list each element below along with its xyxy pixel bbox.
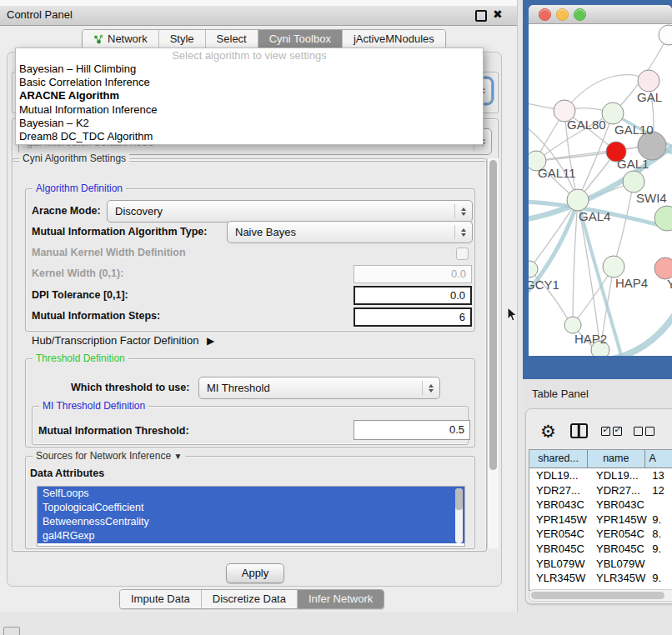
minimize-traffic-light-icon[interactable] (556, 8, 569, 21)
table-cell (648, 557, 672, 572)
network-icon (93, 34, 103, 44)
table-row[interactable]: YBL079WYBL079W (529, 557, 672, 572)
network-node-gal4[interactable] (567, 189, 589, 211)
table-row[interactable]: YPR145WYPR145W9. (529, 512, 672, 528)
node-label-hap4: HAP4 (615, 276, 648, 290)
manual-kernel-checkbox[interactable] (456, 248, 469, 260)
table-panel-strip: Table Panel (523, 379, 672, 408)
gear-icon[interactable]: ⚙ (540, 422, 556, 440)
scrollbar-thumb[interactable] (531, 592, 664, 599)
zoom-traffic-light-icon[interactable] (574, 8, 586, 21)
close-traffic-light-icon[interactable] (539, 8, 551, 21)
hub-definition-toggle[interactable]: Hub/Transcription Factor Definition ▶ (32, 334, 214, 347)
algorithm-option-basic-correlation-inference[interactable]: Basic Correlation Inference (19, 76, 483, 89)
table-row[interactable]: YBR045CYBR045C9. (529, 542, 672, 557)
algorithm-option-bayesian-k2[interactable]: Bayesian – K2 (19, 117, 483, 130)
table-horizontal-scrollbar[interactable] (529, 589, 672, 602)
attribute-item-topologicalcoefficient[interactable]: TopologicalCoefficient (38, 501, 464, 515)
table-cell: YBR045C (529, 542, 589, 557)
mi-steps-field[interactable]: 6 (354, 308, 472, 327)
dpi-tolerance-field[interactable]: 0.0 (354, 286, 472, 305)
tab-network[interactable]: Network (83, 30, 159, 48)
attribute-item-selfloops[interactable]: SelfLoops (38, 487, 464, 501)
tab-select[interactable]: Select (206, 30, 258, 48)
list-scrollbar[interactable] (455, 488, 463, 543)
select-all-checkboxes-icon[interactable] (601, 427, 622, 436)
mi-threshold-field[interactable]: 0.5 (354, 420, 470, 440)
column-header-shared[interactable]: shared... (529, 450, 588, 468)
table-row[interactable]: YLR345WYLR345W9. (529, 571, 672, 586)
table-row[interactable]: YDL19...YDL19...13 (529, 468, 672, 483)
table-cell: YDL19... (589, 468, 648, 483)
network-node[interactable] (654, 206, 672, 231)
network-node-hap2[interactable] (564, 317, 581, 333)
algorithm-option-bayesian-hill-climbing[interactable]: Bayesian – Hill Climbing (19, 62, 483, 76)
split-columns-icon[interactable] (570, 423, 588, 438)
table-cell: YDR27... (529, 483, 589, 498)
algorithm-option-dream8-dc-tdc-algorithm[interactable]: Dream8 DC_TDC Algorithm (19, 130, 483, 143)
kernel-width-label: Kernel Width (0,1): (32, 268, 123, 279)
stepper-icon (454, 204, 472, 219)
node-table[interactable]: shared...nameA YDL19...YDL19...13YDR27..… (529, 449, 672, 591)
attribute-item-betweennesscentrality[interactable]: BetweennessCentrality (38, 515, 464, 529)
tab-cyni-toolbox[interactable]: Cyni Toolbox (258, 30, 343, 48)
algorithm-option-mutual-information-inference[interactable]: Mutual Information Inference (19, 103, 483, 117)
table-cell: YER054C (529, 527, 589, 542)
algorithm-placeholder: Select algorithm to view settings (16, 48, 483, 62)
network-node[interactable] (659, 25, 672, 45)
network-graph: GALGAL80GAL10GAL1GAL11SWI4GAL4GCY1HAP4YH… (529, 23, 672, 356)
data-attributes-list[interactable]: SelfLoopsTopologicalCoefficientBetweenne… (37, 486, 465, 547)
algorithm-option-aracne-algorithm[interactable]: ARACNE Algorithm (19, 89, 483, 102)
node-label-swi4: SWI4 (636, 191, 667, 205)
dpi-tolerance-label: DPI Tolerance [0,1]: (32, 289, 128, 301)
kernel-width-field[interactable]: 0.0 (354, 265, 472, 283)
network-node-hap4[interactable] (603, 256, 624, 278)
node-label-gal: GAL (637, 90, 662, 104)
tab-infer-network[interactable]: Infer Network (298, 590, 384, 608)
network-node-gal[interactable] (638, 70, 659, 92)
tab-label: Network (108, 30, 148, 48)
tab-discretize-data[interactable]: Discretize Data (202, 590, 298, 608)
table-cell: YBL079W (589, 557, 648, 572)
table-cell: YLR345W (529, 571, 589, 586)
chevron-down-icon[interactable]: ▼ (173, 452, 182, 461)
table-row[interactable]: YBR043CYBR043C (529, 498, 672, 512)
deselect-all-checkboxes-icon[interactable] (634, 427, 654, 436)
chevron-right-icon[interactable]: ▶ (207, 335, 214, 347)
settings-scrollbar[interactable] (487, 158, 499, 548)
network-canvas[interactable]: GALGAL80GAL10GAL1GAL11SWI4GAL4GCY1HAP4YH… (529, 23, 672, 356)
tab-jactivemnodules[interactable]: jActiveMNodules (343, 30, 445, 48)
collapsed-panel-button[interactable] (3, 627, 20, 635)
sources-group-title[interactable]: Sources for Network Inference ▼ (33, 450, 185, 462)
node-label-gal80: GAL80 (567, 118, 606, 132)
table-panel-title: Table Panel (532, 388, 589, 400)
column-header-name[interactable]: name (588, 450, 644, 468)
tab-impute-data[interactable]: Impute Data (120, 590, 202, 608)
node-label-gal4: GAL4 (579, 209, 610, 223)
which-threshold-combo[interactable]: MI Threshold (198, 377, 440, 399)
tab-style[interactable]: Style (159, 30, 206, 48)
float-window-icon[interactable] (475, 10, 487, 22)
mi-type-combo[interactable]: Naive Bayes (227, 221, 473, 243)
mi-threshold-label: Mutual Information Threshold: (38, 425, 189, 437)
table-row[interactable]: YER054CYER054C8. (529, 527, 672, 542)
tab-label: Style (170, 30, 194, 48)
attribute-item-gal4rgexp[interactable]: gal4RGexp (38, 529, 464, 543)
table-row[interactable]: YDR27...YDR27...12 (529, 483, 672, 498)
network-node-swi4[interactable] (623, 171, 644, 192)
node-label-gal11: GAL11 (538, 166, 576, 180)
table-cell: YBR043C (529, 498, 589, 512)
table-cell: YDR27... (589, 483, 648, 498)
aracne-mode-combo[interactable]: Discovery (107, 200, 473, 222)
scrollbar-thumb[interactable] (455, 488, 463, 510)
apply-button[interactable]: Apply (226, 563, 284, 583)
close-icon[interactable]: ✖ (493, 8, 503, 21)
column-header-a[interactable]: A (645, 450, 672, 468)
network-titlebar[interactable] (529, 5, 672, 24)
scrollbar-thumb[interactable] (489, 160, 497, 470)
hub-definition-label: Hub/Transcription Factor Definition (32, 334, 198, 347)
network-node-gcy1[interactable] (529, 261, 538, 278)
tab-label: Cyni Toolbox (269, 30, 331, 48)
table-header-row: shared...nameA (529, 450, 672, 468)
algorithm-list: Bayesian – Hill ClimbingBasic Correlatio… (16, 62, 483, 143)
